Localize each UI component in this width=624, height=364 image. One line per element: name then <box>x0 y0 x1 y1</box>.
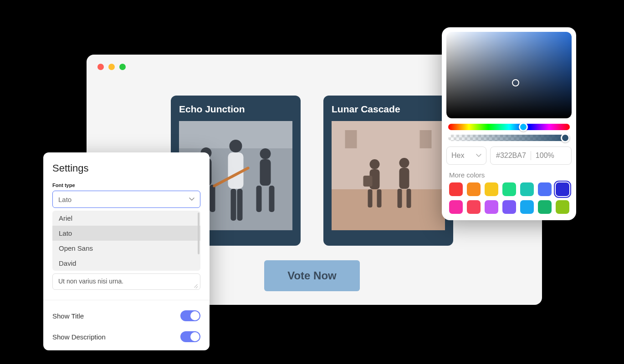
color-format-value: Hex <box>451 152 464 160</box>
close-dot-icon[interactable] <box>97 64 104 70</box>
font-select-value: Lato <box>58 196 72 203</box>
svg-rect-26 <box>398 189 402 208</box>
font-type-label: Font type <box>52 182 200 188</box>
swatch-grid <box>446 182 572 214</box>
hex-input[interactable]: #322BA7 100% <box>490 147 572 165</box>
show-title-toggle[interactable] <box>180 310 200 321</box>
color-swatch[interactable] <box>520 200 534 214</box>
maximize-dot-icon[interactable] <box>119 64 126 70</box>
color-swatch[interactable] <box>556 200 569 214</box>
color-swatch[interactable] <box>449 182 463 196</box>
poll-card-title: Echo Junction <box>179 104 292 115</box>
color-swatch[interactable] <box>467 200 481 214</box>
chevron-down-icon <box>476 153 481 158</box>
svg-point-6 <box>230 140 242 152</box>
svg-rect-25 <box>399 168 409 189</box>
alpha-value: 100% <box>536 152 554 160</box>
toggle-row: Show Title <box>52 310 200 321</box>
color-swatch[interactable] <box>485 200 498 214</box>
color-format-select[interactable]: Hex <box>446 147 486 165</box>
hue-thumb-icon[interactable] <box>519 122 528 131</box>
poll-card[interactable]: Lunar Cascade <box>323 96 453 246</box>
color-picker-panel: Hex #322BA7 100% More colors <box>442 27 576 220</box>
color-swatch[interactable] <box>485 182 498 196</box>
color-swatch[interactable] <box>502 182 516 196</box>
scrollbar[interactable] <box>198 212 199 254</box>
resize-handle-icon[interactable] <box>194 283 198 288</box>
window-controls <box>97 64 126 70</box>
svg-rect-13 <box>269 186 275 212</box>
poll-card-title: Lunar Cascade <box>332 104 445 115</box>
font-option[interactable]: David <box>52 256 200 271</box>
color-swatch[interactable] <box>467 182 481 196</box>
color-swatch[interactable] <box>520 182 534 196</box>
poll-cards-row: Echo Junction Lunar <box>171 96 453 246</box>
font-option[interactable]: Ariel <box>52 211 200 226</box>
hue-slider[interactable] <box>448 124 570 130</box>
color-inputs-row: Hex #322BA7 100% <box>446 147 572 165</box>
sv-cursor-icon[interactable] <box>512 79 519 86</box>
svg-rect-16 <box>332 189 445 230</box>
svg-rect-17 <box>345 130 357 148</box>
color-swatch[interactable] <box>556 182 569 196</box>
toggle-row: Show Description <box>52 331 200 342</box>
svg-rect-23 <box>363 176 373 187</box>
color-swatch[interactable] <box>538 182 552 196</box>
toggle-knob <box>190 311 199 320</box>
font-select[interactable]: Lato <box>52 191 200 208</box>
separator <box>531 151 531 160</box>
chevron-down-icon <box>189 197 194 202</box>
svg-rect-9 <box>237 189 243 221</box>
show-description-toggle[interactable] <box>180 331 200 342</box>
toggle-label: Show Title <box>52 312 84 320</box>
svg-rect-8 <box>231 189 236 221</box>
svg-rect-27 <box>407 189 411 208</box>
svg-point-10 <box>260 148 271 159</box>
more-colors-label: More colors <box>449 171 569 179</box>
hex-value: #322BA7 <box>496 152 526 160</box>
textarea-value: Ut non varius nisi urna. <box>58 278 123 285</box>
font-option[interactable]: Open Sans <box>52 241 200 256</box>
color-swatch[interactable] <box>502 200 516 214</box>
font-option[interactable]: Lato <box>52 226 200 241</box>
svg-rect-5 <box>210 185 215 212</box>
poll-card-image <box>332 121 445 230</box>
saturation-value-area[interactable] <box>446 32 572 118</box>
description-textarea[interactable]: Ut non varius nisi urna. <box>52 273 200 290</box>
svg-rect-12 <box>256 186 262 212</box>
minimize-dot-icon[interactable] <box>108 64 115 70</box>
settings-panel: Settings Font type Lato Ariel Lato Open … <box>43 152 210 350</box>
svg-rect-22 <box>377 189 382 207</box>
vote-button[interactable]: Vote Now <box>264 260 360 291</box>
svg-point-19 <box>370 159 380 169</box>
divider <box>43 300 210 300</box>
svg-rect-21 <box>368 189 373 207</box>
color-swatch[interactable] <box>538 200 552 214</box>
alpha-thumb-icon[interactable] <box>561 133 570 142</box>
svg-point-24 <box>399 158 409 168</box>
toggle-knob <box>190 332 199 341</box>
color-swatch[interactable] <box>449 200 463 214</box>
toggle-label: Show Description <box>52 333 106 341</box>
svg-rect-18 <box>420 130 432 148</box>
font-dropdown: Ariel Lato Open Sans David <box>52 211 200 271</box>
settings-title: Settings <box>52 162 200 174</box>
svg-rect-11 <box>260 159 271 186</box>
alpha-slider[interactable] <box>448 135 570 141</box>
